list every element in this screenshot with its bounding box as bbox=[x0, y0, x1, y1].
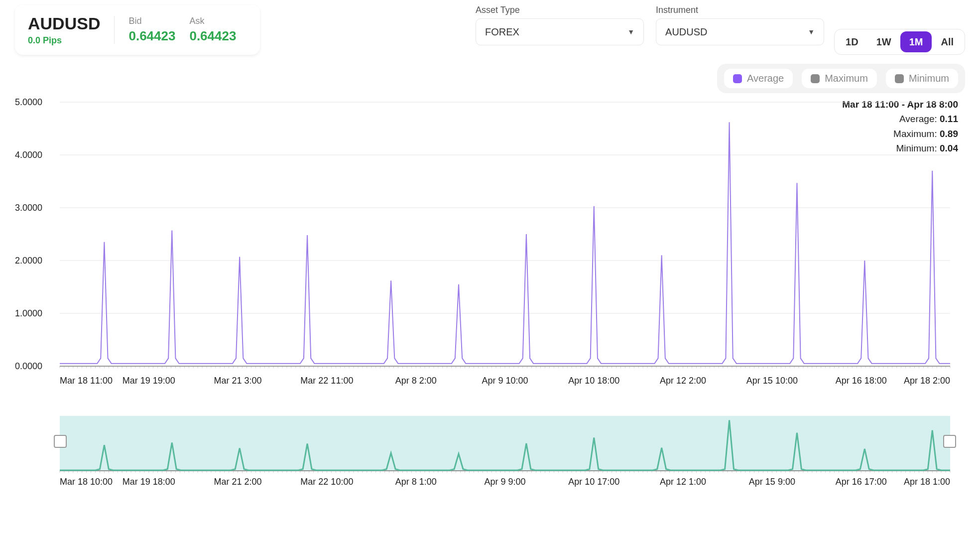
range-x-tick: Apr 10 17:00 bbox=[568, 477, 619, 487]
x-tick: Apr 18 2:00 bbox=[904, 376, 950, 386]
legend-minimum[interactable]: Minimum bbox=[886, 69, 958, 88]
legend-maximum-label: Maximum bbox=[825, 73, 868, 84]
x-tick: Mar 19 19:00 bbox=[122, 376, 175, 386]
selectors: Asset Type FOREX ▼ Instrument AUDUSD ▼ bbox=[476, 5, 824, 45]
range-x-tick: Apr 8 1:00 bbox=[395, 477, 437, 487]
symbol: AUDUSD bbox=[28, 14, 100, 33]
range-x-tick: Mar 19 18:00 bbox=[122, 477, 175, 487]
range-x-tick: Apr 9 9:00 bbox=[484, 477, 525, 487]
square-icon bbox=[733, 74, 742, 83]
ask-block: Ask 0.64423 bbox=[189, 16, 236, 44]
legend-average[interactable]: Average bbox=[724, 69, 793, 88]
range-x-tick: Mar 21 2:00 bbox=[214, 477, 262, 487]
bid-label: Bid bbox=[128, 16, 175, 26]
timeframe-1w[interactable]: 1W bbox=[867, 31, 900, 52]
range-x-tick: Apr 16 17:00 bbox=[836, 477, 887, 487]
instrument-select[interactable]: AUDUSD ▼ bbox=[656, 18, 824, 45]
main-chart[interactable]: Mar 18 11:00 - Apr 18 8:00 Average: 0.11… bbox=[15, 97, 965, 386]
top-bar: AUDUSD 0.0 Pips Bid 0.64423 Ask 0.64423 … bbox=[15, 5, 965, 55]
timeframe-switch: 1D 1W 1M All bbox=[834, 29, 965, 55]
ask-value: 0.64423 bbox=[189, 28, 236, 44]
x-tick: Apr 9 10:00 bbox=[482, 376, 528, 386]
legend-maximum[interactable]: Maximum bbox=[802, 69, 877, 88]
x-tick: Apr 10 18:00 bbox=[568, 376, 619, 386]
legend-minimum-label: Minimum bbox=[909, 73, 949, 84]
asset-type-value: FOREX bbox=[485, 26, 519, 38]
range-x-tick: Apr 12 1:00 bbox=[660, 477, 706, 487]
ask-label: Ask bbox=[189, 16, 236, 26]
x-tick: Apr 16 18:00 bbox=[836, 376, 887, 386]
timeframe-all[interactable]: All bbox=[932, 31, 963, 52]
square-icon bbox=[895, 74, 904, 83]
chevron-down-icon: ▼ bbox=[627, 28, 634, 36]
x-tick: Mar 21 3:00 bbox=[214, 376, 262, 386]
range-selector[interactable]: Mar 18 10:00Mar 19 18:00Mar 21 2:00Mar 2… bbox=[15, 416, 965, 498]
range-x-tick: Apr 18 1:00 bbox=[904, 477, 950, 487]
range-x-tick: Mar 22 10:00 bbox=[300, 477, 353, 487]
range-x-tick: Mar 18 10:00 bbox=[60, 477, 113, 487]
legend: Average Maximum Minimum bbox=[717, 64, 965, 93]
timeframe-1d[interactable]: 1D bbox=[837, 31, 867, 52]
instrument-label: Instrument bbox=[656, 5, 824, 15]
asset-type-group: Asset Type FOREX ▼ bbox=[476, 5, 644, 45]
x-tick: Mar 18 11:00 bbox=[60, 376, 113, 386]
bid-value: 0.64423 bbox=[128, 28, 175, 44]
legend-average-label: Average bbox=[747, 73, 784, 84]
quote-card: AUDUSD 0.0 Pips Bid 0.64423 Ask 0.64423 bbox=[15, 5, 260, 55]
x-tick: Mar 22 11:00 bbox=[300, 376, 353, 386]
asset-type-select[interactable]: FOREX ▼ bbox=[476, 18, 644, 45]
separator bbox=[114, 16, 115, 44]
square-icon bbox=[811, 74, 820, 83]
quote-left: AUDUSD 0.0 Pips bbox=[28, 14, 100, 46]
asset-type-label: Asset Type bbox=[476, 5, 644, 15]
range-x-tick: Apr 15 9:00 bbox=[749, 477, 795, 487]
x-tick: Apr 8 2:00 bbox=[395, 376, 437, 386]
instrument-value: AUDUSD bbox=[665, 26, 707, 38]
pips: 0.0 Pips bbox=[28, 35, 100, 46]
chevron-down-icon: ▼ bbox=[808, 28, 815, 36]
instrument-group: Instrument AUDUSD ▼ bbox=[656, 5, 824, 45]
x-tick: Apr 15 10:00 bbox=[746, 376, 798, 386]
x-tick: Apr 12 2:00 bbox=[660, 376, 706, 386]
bid-block: Bid 0.64423 bbox=[128, 16, 175, 44]
timeframe-1m[interactable]: 1M bbox=[900, 31, 932, 52]
